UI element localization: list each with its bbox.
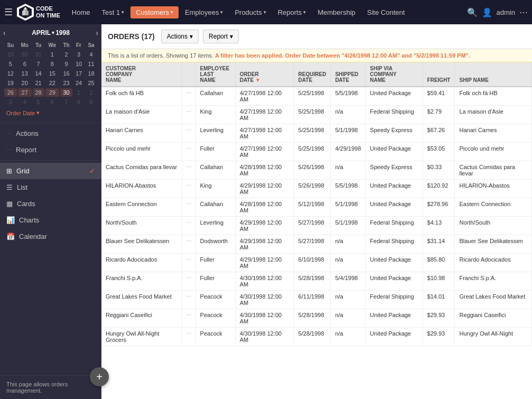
nav-site-content[interactable]: Site Content	[362, 6, 410, 18]
cell-row-actions[interactable]: ···	[182, 161, 195, 180]
cal-day[interactable]: 9	[60, 60, 72, 68]
col-employee[interactable]: EMPLOYEELAST NAME	[195, 62, 235, 87]
col-ship-name[interactable]: SHIP NAME	[455, 62, 532, 87]
cal-day[interactable]: 2	[60, 50, 72, 59]
sidebar-item-calendar[interactable]: 📅 Calendar	[0, 228, 101, 245]
cal-day[interactable]: 7	[33, 60, 44, 68]
table-wrapper[interactable]: CUSTOMERCOMPANYNAME EMPLOYEELAST NAME OR…	[101, 62, 532, 399]
cal-day[interactable]: 6	[18, 60, 32, 68]
table-row[interactable]: Reggiani Caseifici ··· Peacock 4/30/1998…	[101, 309, 532, 328]
table-row[interactable]: Hanari Carnes ··· Leverling 4/27/1998 12…	[101, 124, 532, 143]
nav-home[interactable]: Home	[67, 6, 96, 18]
cell-row-actions[interactable]: ···	[182, 198, 195, 217]
cal-day[interactable]: 22	[45, 79, 60, 87]
cal-day[interactable]: 12	[4, 69, 17, 78]
cal-day[interactable]: 21	[33, 79, 44, 87]
cal-day[interactable]: 18	[85, 69, 97, 78]
cal-day[interactable]: 17	[73, 69, 84, 78]
calendar-title[interactable]: APRIL ▾ 1998	[32, 29, 70, 36]
cell-row-actions[interactable]: ···	[182, 272, 195, 291]
sidebar-item-cards[interactable]: ▦ Cards	[0, 196, 101, 212]
cal-day[interactable]: 14	[33, 69, 44, 78]
cal-day[interactable]: 29	[45, 88, 60, 97]
actions-button[interactable]: Actions ▾	[161, 30, 199, 43]
cell-row-actions[interactable]: ···	[182, 235, 195, 254]
cal-day[interactable]: 7	[60, 98, 72, 106]
cal-day[interactable]: 28	[33, 88, 44, 97]
table-row[interactable]: North/South ··· Leverling 4/29/1998 12:0…	[101, 217, 532, 235]
cal-day[interactable]: 8	[45, 60, 60, 68]
cal-day[interactable]: 27	[18, 88, 32, 97]
cal-day[interactable]: 4	[18, 98, 32, 106]
cal-day[interactable]: 13	[18, 69, 32, 78]
menu-button[interactable]: ☰	[4, 6, 13, 18]
cal-day[interactable]: 15	[45, 69, 60, 78]
nav-employees[interactable]: Employees ▾	[180, 6, 228, 18]
cal-day[interactable]: 25	[85, 79, 97, 87]
sidebar-item-charts[interactable]: 📊 Charts	[0, 212, 101, 228]
search-button[interactable]: 🔍	[467, 7, 478, 17]
nav-products[interactable]: Products ▾	[229, 6, 271, 18]
col-shipped[interactable]: SHIPPEDDATE	[331, 62, 366, 87]
cal-day[interactable]: 8	[73, 98, 84, 106]
calendar-next-button[interactable]: ›	[96, 29, 98, 37]
cal-day[interactable]: 24	[73, 79, 84, 87]
cal-day[interactable]: 3	[73, 50, 84, 59]
cal-day[interactable]: 26	[4, 88, 17, 97]
cal-day[interactable]: 2	[85, 88, 97, 97]
cell-row-actions[interactable]: ···	[182, 328, 195, 346]
cell-row-actions[interactable]: ···	[182, 291, 195, 309]
table-row[interactable]: Franchi S.p.A. ··· Fuller 4/30/1998 12:0…	[101, 272, 532, 291]
col-customer[interactable]: CUSTOMERCOMPANYNAME	[101, 62, 182, 87]
col-order-date[interactable]: ORDERDATE ▼	[235, 62, 294, 87]
col-ship-via[interactable]: SHIP VIA COMPANYNAME	[366, 62, 423, 87]
cal-day[interactable]: 30	[18, 50, 32, 59]
sidebar-item-grid[interactable]: ⊞ Grid ✓	[0, 163, 101, 179]
report-button[interactable]: Report ▾	[203, 30, 239, 43]
table-row[interactable]: Ricardo Adocicados ··· Fuller 4/29/1998 …	[101, 254, 532, 272]
cell-row-actions[interactable]: ···	[182, 87, 195, 106]
cal-day[interactable]: 3	[4, 98, 17, 106]
cal-day[interactable]: 29	[4, 50, 17, 59]
table-row[interactable]: Piccolo und mehr ··· Fuller 4/27/1998 12…	[101, 143, 532, 161]
sidebar-item-actions[interactable]: ⋯ Actions	[0, 125, 101, 142]
cal-day[interactable]: 10	[73, 60, 84, 68]
user-button[interactable]: 👤	[482, 7, 492, 17]
table-row[interactable]: Eastern Connection ··· Callahan 4/28/199…	[101, 198, 532, 217]
nav-customers[interactable]: Customers ▾	[130, 6, 179, 18]
table-row[interactable]: Great Lakes Food Market ··· Peacock 4/30…	[101, 291, 532, 309]
cal-day[interactable]: 19	[4, 79, 17, 87]
col-freight[interactable]: FREIGHT	[423, 62, 455, 87]
cal-day[interactable]: 4	[85, 50, 97, 59]
table-row[interactable]: Cactus Comidas para llevar ··· Callahan …	[101, 161, 532, 180]
col-required[interactable]: REQUIREDDATE	[294, 62, 331, 87]
calendar-prev-button[interactable]: ‹	[3, 29, 6, 37]
table-row[interactable]: Folk och fä HB ··· Callahan 4/27/1998 12…	[101, 87, 532, 106]
cal-day[interactable]: 11	[85, 60, 97, 68]
cal-day[interactable]: 5	[4, 60, 17, 68]
sidebar-item-report[interactable]: ⋯ Report	[0, 142, 101, 158]
cal-day[interactable]: 31	[33, 50, 44, 59]
cal-day[interactable]: 1	[45, 50, 60, 59]
cell-row-actions[interactable]: ···	[182, 106, 195, 124]
cal-day[interactable]: 16	[60, 69, 72, 78]
cal-day-today[interactable]: 30	[60, 88, 72, 97]
cal-day[interactable]: 23	[60, 79, 72, 87]
add-button[interactable]: +	[90, 367, 109, 386]
cal-day[interactable]: 6	[45, 98, 60, 106]
cell-row-actions[interactable]: ···	[182, 124, 195, 143]
cal-day[interactable]: 20	[18, 79, 32, 87]
cal-day[interactable]: 1	[73, 88, 84, 97]
cell-row-actions[interactable]: ···	[182, 180, 195, 198]
table-row[interactable]: La maison d'Asie ··· King 4/27/1998 12:0…	[101, 106, 532, 124]
cell-row-actions[interactable]: ···	[182, 254, 195, 272]
cell-row-actions[interactable]: ···	[182, 309, 195, 328]
cell-row-actions[interactable]: ···	[182, 143, 195, 161]
table-row[interactable]: Hungry Owl All-Night Grocers ··· Peacock…	[101, 328, 532, 346]
cal-day[interactable]: 9	[85, 98, 97, 106]
nav-test1[interactable]: Test 1 ▾	[97, 6, 130, 18]
table-row[interactable]: HILARION-Abastos ··· King 4/29/1998 12:0…	[101, 180, 532, 198]
more-options-button[interactable]: ⋯	[519, 7, 528, 17]
sidebar-item-list[interactable]: ☰ List	[0, 179, 101, 196]
cell-row-actions[interactable]: ···	[182, 217, 195, 235]
